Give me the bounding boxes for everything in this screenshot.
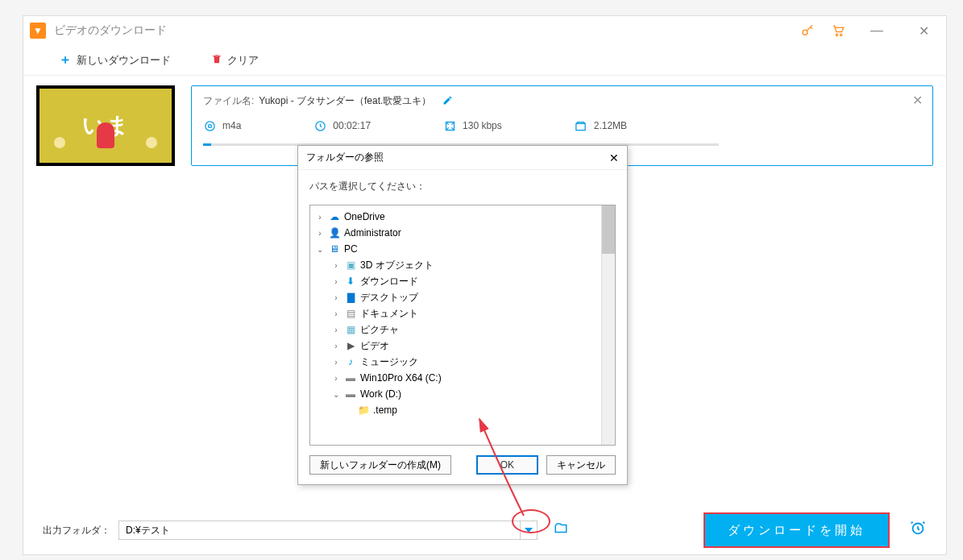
tree-item-admin[interactable]: ›👤Administrator (312, 225, 613, 241)
svg-point-4 (208, 124, 211, 127)
duration-value: 00:02:17 (333, 120, 371, 131)
bitrate-value: 130 kbps (463, 120, 502, 131)
bottom-bar: 出力フォルダ： D:¥テスト ダウンロードを開始 (23, 506, 946, 554)
tree-item-desktop[interactable]: ›▇デスクトップ (312, 289, 613, 305)
clear-button[interactable]: クリア (211, 53, 259, 68)
tree-item-music[interactable]: ›♪ミュージック (312, 354, 613, 370)
titlebar: ▼ ビデオのダウンロード — ✕ (23, 16, 946, 45)
new-folder-button[interactable]: 新しいフォルダーの作成(M) (309, 455, 451, 475)
tree-item-videos[interactable]: ›▶ビデオ (312, 338, 613, 354)
tree-item-documents[interactable]: ›▤ドキュメント (312, 305, 613, 321)
close-button[interactable]: ✕ (907, 19, 940, 42)
output-path-value: D:¥テスト (126, 524, 170, 537)
clock-icon (313, 119, 326, 132)
filesize-icon (575, 119, 587, 132)
svg-point-2 (841, 34, 842, 35)
edit-filename-button[interactable] (442, 95, 453, 108)
plus-icon: ＋ (59, 52, 72, 68)
tree-item-drive-c[interactable]: ›▬Win10Pro X64 (C:) (312, 370, 613, 386)
dialog-titlebar: フォルダーの参照 ✕ (298, 146, 627, 170)
folder-browse-dialog: フォルダーの参照 ✕ パスを選択してください： ›☁OneDrive ›👤Adm… (297, 145, 628, 485)
bitrate-icon (443, 119, 456, 132)
key-icon[interactable] (799, 23, 816, 39)
svg-point-3 (205, 121, 214, 130)
size-value: 2.12MB (594, 120, 627, 131)
format-icon (203, 119, 216, 132)
new-download-label: 新しいダウンロード (77, 53, 171, 68)
open-folder-button[interactable] (552, 521, 570, 540)
start-download-label: ダウンロードを開始 (728, 523, 865, 538)
tree-item-pc[interactable]: ⌄🖥PC (312, 241, 613, 257)
output-path-dropdown[interactable] (520, 521, 538, 540)
svg-point-1 (836, 34, 837, 35)
clear-label: クリア (227, 53, 259, 68)
ok-button[interactable]: OK (476, 455, 538, 475)
remove-item-button[interactable]: ✕ (912, 93, 923, 108)
dialog-close-button[interactable]: ✕ (609, 151, 619, 164)
cancel-button[interactable]: キャンセル (546, 455, 616, 475)
trash-icon (211, 53, 222, 67)
start-download-button[interactable]: ダウンロードを開始 (704, 512, 890, 548)
tree-item-temp[interactable]: 📁.temp (312, 402, 613, 418)
minimize-button[interactable]: — (861, 19, 893, 42)
cart-icon[interactable] (830, 23, 846, 39)
tree-scrollbar[interactable] (601, 205, 615, 445)
tree-item-drive-d[interactable]: ⌄▬Work (D:) (312, 386, 613, 402)
app-logo-icon: ▼ (30, 23, 46, 39)
alarm-icon[interactable] (909, 519, 927, 541)
tree-item-pictures[interactable]: ›▦ピクチャ (312, 321, 613, 338)
filename-label: ファイル名: (203, 94, 254, 108)
folder-tree[interactable]: ›☁OneDrive ›👤Administrator ⌄🖥PC ›▣3D オブジ… (309, 205, 616, 446)
svg-point-0 (803, 30, 807, 35)
format-value: m4a (222, 120, 241, 131)
dialog-prompt: パスを選択してください： (309, 180, 616, 193)
tree-item-onedrive[interactable]: ›☁OneDrive (312, 209, 613, 225)
filename-value: Yukopi - ブタサンダー（feat.歌愛ユキ） (259, 94, 431, 108)
tree-item-3dobjects[interactable]: ›▣3D オブジェクト (312, 257, 613, 273)
output-path-field[interactable]: D:¥テスト (118, 521, 538, 540)
app-title: ビデオのダウンロード (54, 23, 167, 38)
chevron-down-icon (525, 528, 533, 533)
new-download-button[interactable]: ＋ 新しいダウンロード (59, 52, 171, 68)
dialog-title: フォルダーの参照 (306, 151, 384, 164)
video-thumbnail[interactable]: いま (36, 85, 175, 166)
toolbar: ＋ 新しいダウンロード クリア (23, 45, 946, 76)
tree-item-downloads[interactable]: ›⬇ダウンロード (312, 273, 613, 289)
output-folder-label: 出力フォルダ： (43, 524, 110, 537)
